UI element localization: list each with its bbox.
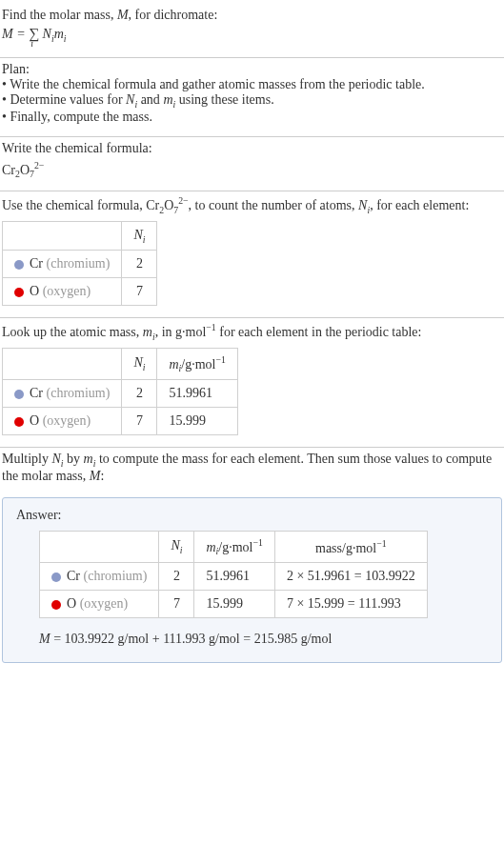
header-m: mi/g·mol−1 — [194, 532, 274, 563]
lhm-exp: −1 — [215, 354, 225, 365]
intro-section: Find the molar mass, M, for dichromate: … — [0, 4, 504, 58]
formula-m-sub: i — [64, 33, 67, 44]
o-mass: 15.999 — [157, 408, 237, 435]
ahmass: mass/g·mol — [315, 541, 376, 555]
intro-line: Find the molar mass, M, for dichromate: — [2, 8, 502, 23]
mult-pre: Multiply — [2, 452, 52, 466]
o-name: (oxygen) — [39, 284, 91, 298]
lookup-section: Look up the atomic mass, mi, in g·mol−1 … — [0, 318, 504, 448]
plan-header: Plan: — [2, 62, 502, 77]
mult-mid: by — [64, 452, 84, 466]
table-row: Cr (chromium) 2 — [3, 251, 157, 278]
table-row: O (oxygen) 7 — [3, 278, 157, 306]
multiply-text: Multiply Ni by mi to compute the mass fo… — [2, 452, 502, 484]
ahm-unit: /g·mol — [218, 540, 252, 554]
lo-name: (oxygen) — [39, 413, 91, 428]
lookup-pre: Look up the atomic mass, — [2, 325, 143, 339]
answer-result: M = 103.9922 g/mol + 111.993 g/mol = 215… — [39, 632, 488, 647]
table-row: Ni — [3, 221, 157, 251]
count-o-sub: 7 — [173, 205, 178, 215]
cr-calc: 2 × 51.9961 = 103.9922 — [274, 563, 427, 591]
ahm: m — [206, 540, 215, 554]
header-N: Ni — [159, 532, 194, 563]
lhm: m — [169, 356, 178, 371]
ao-name: (oxygen) — [76, 596, 128, 611]
hN: N — [133, 228, 142, 242]
header-N: Ni — [122, 221, 157, 251]
formula-eq: = — [13, 27, 29, 41]
table-row: Ni mi/g·mol−1 — [3, 348, 238, 379]
plan2-pre: • Determine values for — [2, 92, 126, 107]
plan-item-3: • Finally, compute the mass. — [2, 110, 502, 125]
table-row: Ni mi/g·mol−1 mass/g·mol−1 — [40, 532, 428, 563]
intro-text-end: , for dichromate: — [129, 8, 218, 22]
hNsub: i — [143, 233, 146, 244]
count-o: O — [164, 198, 173, 212]
count-section: Use the chemical formula, Cr2O72−, to co… — [0, 191, 504, 318]
o-label: O — [30, 284, 39, 298]
sigma-index: i — [30, 38, 33, 49]
formula-m: m — [54, 27, 64, 41]
lcr-label: Cr — [30, 386, 43, 400]
result-eq: = 103.9922 g/mol + 111.993 g/mol = 215.9… — [50, 632, 333, 646]
chemical-formula: Cr2O72− — [2, 156, 502, 179]
mult-m: m — [84, 450, 93, 468]
cr-cell: Cr (chromium) — [40, 563, 159, 591]
count-text: Use the chemical formula, Cr2O72−, to co… — [2, 195, 502, 214]
table-row: O (oxygen) 7 15.999 — [3, 408, 238, 435]
count-mid: , to count the number of atoms, — [189, 198, 358, 212]
cr-cell: Cr (chromium) — [3, 251, 122, 278]
lookup-end: for each element in the periodic table: — [216, 325, 422, 339]
table-row: Cr (chromium) 2 51.9961 — [3, 380, 238, 408]
cr-mass: 51.9961 — [157, 380, 237, 408]
lookup-text: Look up the atomic mass, mi, in g·mol−1 … — [2, 322, 502, 341]
header-N: Ni — [122, 348, 157, 379]
ao-label: O — [67, 596, 76, 611]
lhNsub: i — [143, 362, 146, 372]
count-N: N — [358, 196, 367, 214]
o-count: 7 — [122, 278, 157, 306]
molar-mass-formula: M = ∑i Nimi — [2, 23, 502, 46]
count-pre: Use the chemical formula, — [2, 198, 146, 212]
formula-M: M — [2, 27, 13, 41]
o-count: 7 — [122, 408, 157, 435]
write-formula-header: Write the chemical formula: — [2, 141, 502, 156]
plan-item-1: • Write the chemical formula and gather … — [2, 77, 502, 92]
mult-M: M — [90, 467, 101, 485]
chem-cr: Cr — [2, 162, 15, 176]
cr-label: Cr — [30, 256, 43, 271]
circle-icon — [14, 417, 24, 427]
cr-count: 2 — [122, 380, 157, 408]
header-mass: mass/g·mol−1 — [274, 532, 427, 563]
multiply-section: Multiply Ni by mi to compute the mass fo… — [0, 448, 504, 495]
o-calc: 7 × 15.999 = 111.993 — [274, 591, 427, 618]
circle-icon — [14, 288, 24, 297]
circle-icon — [14, 390, 24, 399]
lookup-exp: −1 — [206, 322, 215, 332]
lookup-mid: , in g·mol — [155, 325, 207, 339]
empty-header — [40, 532, 159, 563]
mult-N: N — [52, 450, 61, 468]
lookup-m: m — [143, 323, 152, 341]
table-row: O (oxygen) 7 15.999 7 × 15.999 = 111.993 — [40, 591, 428, 618]
ahN: N — [171, 538, 179, 553]
cr-cell: Cr (chromium) — [3, 380, 122, 408]
lhm-unit: /g·mol — [181, 356, 215, 371]
circle-icon — [51, 573, 61, 582]
chem-o: O — [20, 162, 30, 176]
o-count: 7 — [159, 591, 194, 618]
circle-icon — [51, 600, 61, 610]
formula-N: N — [39, 27, 51, 41]
count-cr: Cr — [146, 198, 159, 212]
cr-count: 2 — [122, 251, 157, 278]
cr-mass: 51.9961 — [194, 563, 274, 591]
cr-name: (chromium) — [43, 256, 110, 271]
plan2-end: using these items. — [175, 92, 273, 107]
plan-section: Plan: • Write the chemical formula and g… — [0, 58, 504, 137]
o-cell: O (oxygen) — [3, 408, 122, 435]
ahNsub: i — [180, 545, 183, 555]
answer-label: Answer: — [16, 508, 488, 523]
write-formula-section: Write the chemical formula: Cr2O72− — [0, 137, 504, 191]
empty-header — [3, 348, 122, 379]
empty-header — [3, 221, 122, 251]
